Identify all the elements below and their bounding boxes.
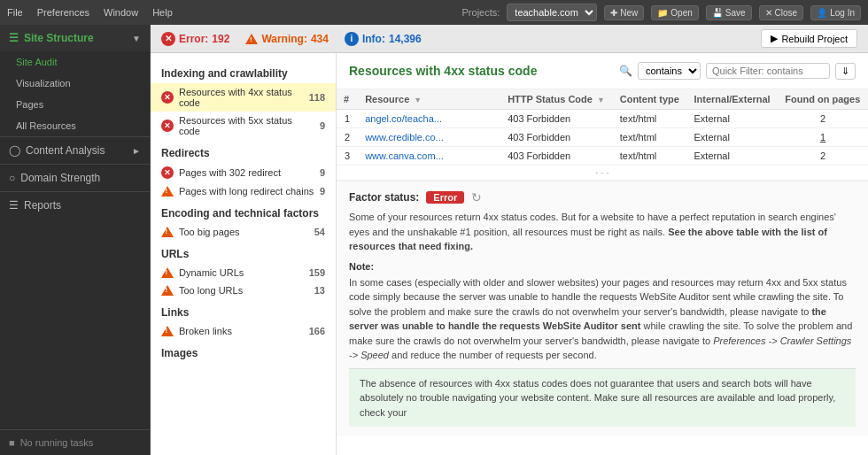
audit-item-302[interactable]: ✕ Pages with 302 redirect 9 <box>151 163 336 182</box>
resource-link-3[interactable]: www.canva.com... <box>365 150 444 161</box>
factor-label: Factor status: <box>349 191 419 204</box>
projects-label: Projects: <box>462 7 500 18</box>
refresh-icon[interactable]: ↻ <box>471 190 482 204</box>
reports-label: Reports <box>24 199 61 212</box>
filter-input[interactable] <box>706 63 830 79</box>
error-icon-302: ✕ <box>161 166 174 179</box>
close-button[interactable]: ✕ Close <box>759 5 804 20</box>
warning-icon: ! <box>245 34 258 44</box>
col-header-found: Found on pages <box>778 89 868 110</box>
sidebar: ☰ Site Structure ▼ Site Audit Visualizat… <box>0 25 151 455</box>
error-icon-4xx: ✕ <box>161 91 174 104</box>
domain-strength-icon: ○ <box>9 172 15 184</box>
factor-description: Some of your resources return 4xx status… <box>349 210 856 254</box>
sidebar-item-pages[interactable]: Pages <box>0 94 150 115</box>
no-running-tasks: ■ No running tasks <box>0 429 150 455</box>
content-analysis-icon: ◯ <box>9 144 20 157</box>
table-wrapper: # Resource ▼ HTTP Status Code ▼ Content … <box>337 89 868 181</box>
project-select[interactable]: teachable.com <box>507 4 597 21</box>
indexing-section-title: Indexing and crawlability <box>151 60 336 83</box>
factor-status: Factor status: Error ↻ Some of your reso… <box>337 181 868 436</box>
audit-item-long-urls[interactable]: Too long URLs 13 <box>151 281 336 299</box>
tasks-icon: ■ <box>9 437 15 448</box>
reports-header[interactable]: ☰ Reports <box>0 191 150 219</box>
sidebar-item-site-audit[interactable]: Site Audit <box>0 51 150 73</box>
content-area: ✕ Error: 192 ! Warning: 434 i Info: 14,3… <box>151 25 868 455</box>
col-header-num: # <box>337 89 358 110</box>
error-icon: ✕ <box>161 32 175 46</box>
menu-window[interactable]: Window <box>104 7 138 18</box>
save-button[interactable]: 💾 Save <box>706 5 752 20</box>
menubar: File Preferences Window Help Projects: t… <box>0 0 868 25</box>
rebuild-icon: ▶ <box>771 33 778 44</box>
audit-item-4xx[interactable]: ✕ Resources with 4xx status code 118 <box>151 83 336 112</box>
audit-item-big-pages[interactable]: Too big pages 54 <box>151 223 336 241</box>
col-header-status[interactable]: HTTP Status Code ▼ <box>500 89 613 110</box>
warning-icon-big-pages <box>161 227 174 237</box>
factor-status-line: Factor status: Error ↻ <box>349 190 856 204</box>
rebuild-button[interactable]: ▶ Rebuild Project <box>761 29 857 48</box>
detail-header: Resources with 4xx status code 🔍 contain… <box>337 53 868 89</box>
content-analysis-header[interactable]: ◯ Content Analysis ► <box>0 136 150 164</box>
note-label: Note: <box>349 261 856 272</box>
login-button[interactable]: 👤 Log In <box>810 5 861 20</box>
filter-area: 🔍 contains ⇓ <box>619 62 856 80</box>
info-icon: i <box>345 32 359 46</box>
content-analysis-arrow: ► <box>132 146 141 156</box>
ellipsis-row: · · · <box>337 166 868 181</box>
audit-item-long-redirect[interactable]: Pages with long redirect chains 9 <box>151 182 336 200</box>
bottom-content: Factor status: Error ↻ Some of your reso… <box>337 181 868 455</box>
col-header-internal: Internal/External <box>686 89 778 110</box>
site-structure-arrow: ▼ <box>132 34 141 43</box>
open-button[interactable]: 📁 Open <box>651 5 698 20</box>
warning-icon-long-redirect <box>161 186 174 197</box>
resource-link-1[interactable]: angel.co/teaсha... <box>365 113 442 124</box>
detail-panel: Resources with 4xx status code 🔍 contain… <box>337 53 868 455</box>
warning-icon-broken-links <box>161 326 174 336</box>
images-section-title: Images <box>151 340 336 363</box>
redirects-section-title: Redirects <box>151 140 336 163</box>
reports-icon: ☰ <box>9 199 19 212</box>
site-structure-label: Site Structure <box>24 32 94 44</box>
resource-link-2[interactable]: www.credible.co... <box>365 132 444 143</box>
content-analysis-label: Content Analysis <box>26 144 105 157</box>
new-button[interactable]: ✚ New <box>604 5 644 20</box>
table-row: 1 angel.co/teaсha... 403 Forbidden text/… <box>337 110 868 128</box>
sidebar-item-visualization[interactable]: Visualization <box>0 73 150 94</box>
status-error-badge: Error <box>426 191 464 204</box>
menu-help[interactable]: Help <box>152 7 173 18</box>
table-row: 3 www.canva.com... 403 Forbidden text/ht… <box>337 147 868 166</box>
warning-icon-dynamic-urls <box>161 267 174 278</box>
col-header-content: Content type <box>613 89 687 110</box>
menu-file[interactable]: File <box>7 7 23 18</box>
site-structure-icon: ☰ <box>9 32 19 44</box>
error-icon-5xx: ✕ <box>161 120 174 132</box>
status-bar: ✕ Error: 192 ! Warning: 434 i Info: 14,3… <box>151 25 868 53</box>
urls-section-title: URLs <box>151 241 336 264</box>
audit-panel: Indexing and crawlability ✕ Resources wi… <box>151 53 337 455</box>
menu-preferences[interactable]: Preferences <box>37 7 89 18</box>
warning-badge: ! Warning: 434 <box>245 33 329 45</box>
audit-item-broken-links[interactable]: Broken links 166 <box>151 322 336 340</box>
green-note: The absence of resources with 4xx status… <box>349 368 856 428</box>
filter-select[interactable]: contains <box>638 62 701 80</box>
resources-table: # Resource ▼ HTTP Status Code ▼ Content … <box>337 89 868 181</box>
detail-title: Resources with 4xx status code <box>349 64 537 78</box>
links-section-title: Links <box>151 299 336 322</box>
search-icon: 🔍 <box>619 65 632 77</box>
site-structure-header[interactable]: ☰ Site Structure ▼ <box>0 25 150 51</box>
domain-strength-label: Domain Strength <box>20 172 100 184</box>
download-button[interactable]: ⇓ <box>835 63 856 80</box>
table-row: 2 www.credible.co... 403 Forbidden text/… <box>337 128 868 147</box>
info-badge: i Info: 14,396 <box>345 32 422 46</box>
domain-strength-header[interactable]: ○ Domain Strength <box>0 164 150 191</box>
sidebar-item-all-resources[interactable]: All Resources <box>0 115 150 136</box>
warning-icon-long-urls <box>161 285 174 296</box>
error-badge: ✕ Error: 192 <box>161 32 229 46</box>
audit-item-dynamic-urls[interactable]: Dynamic URLs 159 <box>151 264 336 281</box>
audit-item-5xx[interactable]: ✕ Resources with 5xx status code 9 <box>151 112 336 140</box>
encoding-section-title: Encoding and technical factors <box>151 200 336 223</box>
note-text: In some cases (especially with older and… <box>349 275 856 363</box>
col-header-resource[interactable]: Resource ▼ <box>358 89 500 110</box>
